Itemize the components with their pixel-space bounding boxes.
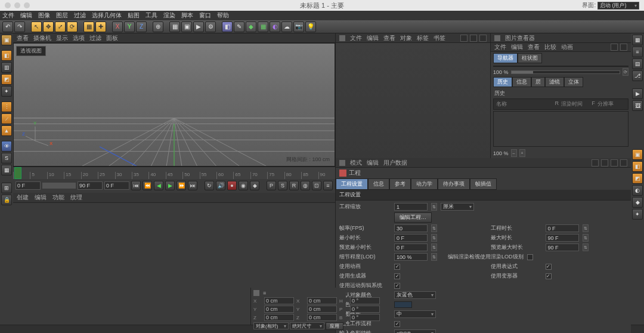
pv-hist-tab-info[interactable]: 信息 <box>512 77 531 87</box>
pv-menu-compare[interactable]: 比较 <box>544 43 556 51</box>
x-axis-icon[interactable]: X <box>112 21 123 32</box>
am-back-icon[interactable] <box>592 159 599 166</box>
next-key-icon[interactable]: ⏩ <box>177 181 186 190</box>
vp-menu-display[interactable]: 显示 <box>56 34 68 42</box>
om-menu-file[interactable]: 文件 <box>350 34 362 42</box>
fps-input[interactable]: 30 <box>394 224 428 232</box>
play-back-icon[interactable]: ◀ <box>154 181 163 190</box>
workplane-icon[interactable]: ▦ <box>1 165 12 175</box>
vp-menu-options[interactable]: 选项 <box>73 34 85 42</box>
axis-mode-icon[interactable]: ✦ <box>1 86 12 97</box>
loop-icon[interactable]: ↻ <box>205 181 214 190</box>
key-param-icon[interactable]: ◍ <box>301 181 310 190</box>
coord-apply-button[interactable]: 应用 <box>326 322 343 330</box>
pv-hist-tab-stereo[interactable]: 立体 <box>564 77 583 87</box>
primitive-cube-icon[interactable]: ◧ <box>222 21 233 32</box>
playhead[interactable] <box>14 167 21 179</box>
use-def-checkbox[interactable]: ✓ <box>546 273 552 279</box>
pv-menu-edit[interactable]: 编辑 <box>511 43 523 51</box>
object-mode-icon[interactable]: ◩ <box>1 74 12 85</box>
play-sound-icon[interactable]: 🔊 <box>216 181 225 190</box>
timeline-range-bar[interactable] <box>42 183 76 189</box>
timeline-end[interactable]: 90 F <box>78 181 103 190</box>
make-editable-icon[interactable]: ▣ <box>1 35 12 45</box>
traffic-lights[interactable] <box>5 2 30 8</box>
pos-z[interactable]: 0 cm <box>264 314 294 321</box>
om-search-icon[interactable] <box>460 35 467 42</box>
subdiv-icon[interactable]: ▦ <box>258 21 268 32</box>
om-menu-object[interactable]: 对象 <box>400 34 412 42</box>
undo-icon[interactable]: ↶ <box>2 21 13 32</box>
menu-layer[interactable]: 图层 <box>56 11 68 20</box>
pv-hist-tab-history[interactable]: 历史 <box>493 77 512 87</box>
pv-menu-file[interactable]: 文件 <box>494 43 506 51</box>
spline-pen-icon[interactable]: ✎ <box>234 21 244 32</box>
rot-b[interactable]: 0 ° <box>350 314 380 321</box>
render-view-icon[interactable]: ▦ <box>169 21 180 32</box>
z-axis-icon[interactable]: Z <box>136 21 147 32</box>
mm-create[interactable]: 创建 <box>17 193 29 202</box>
coord-mode-dropdown[interactable]: 对象(相对) <box>253 322 289 329</box>
timeline-current[interactable]: 0 F <box>104 181 129 190</box>
size-y[interactable]: 0 cm <box>307 306 337 313</box>
key-rot-icon[interactable]: R <box>289 181 299 190</box>
am-menu-userdata[interactable]: 用户数据 <box>383 159 407 167</box>
prev-max-input[interactable]: 90 F <box>546 243 579 251</box>
y-axis-icon[interactable]: Y <box>124 21 135 32</box>
viewport-solo-icon[interactable]: 👁 <box>1 141 12 152</box>
select-tool-icon[interactable]: ↖ <box>31 21 42 32</box>
goto-start-icon[interactable]: ⏮ <box>131 181 141 190</box>
size-x[interactable]: 0 cm <box>307 297 337 304</box>
key-pla-icon[interactable]: ⊡ <box>312 181 321 190</box>
pv-menu-anim[interactable]: 动画 <box>561 43 573 51</box>
menu-edit[interactable]: 编辑 <box>20 11 32 20</box>
spinner-icon[interactable]: ⇅ <box>431 203 437 211</box>
input-profile-dropdown[interactable]: sRGB <box>394 329 436 333</box>
edge-mode-icon[interactable]: ⟋ <box>1 113 12 124</box>
perspective-viewport[interactable]: 透视视图 <box>13 43 335 166</box>
menu-help[interactable]: 帮助 <box>217 11 229 20</box>
record-icon[interactable]: ● <box>227 181 237 190</box>
cmd-f-icon[interactable]: ✦ <box>632 209 643 220</box>
snap-lock-icon[interactable]: 🔒 <box>1 195 12 205</box>
linear-workflow-checkbox[interactable]: ✓ <box>394 321 400 327</box>
use-expr-checkbox[interactable]: ✓ <box>546 264 552 270</box>
am-tab-todo[interactable]: 待办事项 <box>438 178 470 190</box>
pv-zoom-minus-icon[interactable]: – <box>511 149 517 157</box>
om-eye-icon[interactable] <box>479 35 487 42</box>
use-motion-checkbox[interactable]: ✓ <box>394 283 400 289</box>
menu-file[interactable]: 文件 <box>2 11 14 20</box>
menu-texture[interactable]: 贴图 <box>128 11 140 20</box>
pv-tab-navigator[interactable]: 导航器 <box>493 53 518 63</box>
menu-tools[interactable]: 工具 <box>145 11 157 20</box>
am-tab-project[interactable]: 工程设置 <box>336 178 368 190</box>
rot-h[interactable]: 0 ° <box>350 297 380 304</box>
am-grip-icon[interactable] <box>339 160 345 166</box>
timeline-ruler[interactable]: 051015202530354045505560657075808590 <box>13 167 335 179</box>
pv-zoom-reset-icon[interactable]: ⟳ <box>623 68 628 76</box>
rotate-tool-icon[interactable]: ⟳ <box>67 21 78 32</box>
use-anim-checkbox[interactable]: ✓ <box>394 264 400 270</box>
am-tab-interp[interactable]: 帧插值 <box>470 178 497 190</box>
texture-mode-icon[interactable]: ▥ <box>1 62 12 73</box>
picture-viewer-icon[interactable]: 🖼 <box>632 100 643 111</box>
coord-size-dropdown[interactable]: 绝对尺寸 <box>290 322 325 329</box>
am-menu-mode[interactable]: 模式 <box>350 159 362 167</box>
pv-hist-tab-layer[interactable]: 层 <box>531 77 545 87</box>
om-menu-tags[interactable]: 标签 <box>417 34 429 42</box>
key-scale-icon[interactable]: S <box>278 181 287 190</box>
coord-system-icon[interactable]: ⊕ <box>153 21 163 32</box>
redo-icon[interactable]: ↷ <box>14 21 25 32</box>
menu-filter[interactable]: 过滤 <box>74 11 86 20</box>
view-clip-dropdown[interactable]: 中 <box>394 310 436 318</box>
render-region-icon[interactable]: ▣ <box>181 21 192 32</box>
point-mode-icon[interactable]: ⋮ <box>1 101 12 112</box>
play-fwd-icon[interactable]: ▶ <box>165 181 175 190</box>
project-scale-input[interactable]: 1 <box>394 203 428 211</box>
pv-menu-view[interactable]: 查看 <box>528 43 540 51</box>
content-browser-icon[interactable]: ▦ <box>632 35 643 45</box>
cmd-a-icon[interactable]: ▣ <box>632 149 643 160</box>
menu-window[interactable]: 窗口 <box>199 11 211 20</box>
mm-func[interactable]: 功能 <box>52 193 64 202</box>
move-tool-icon[interactable]: ✥ <box>43 21 54 32</box>
